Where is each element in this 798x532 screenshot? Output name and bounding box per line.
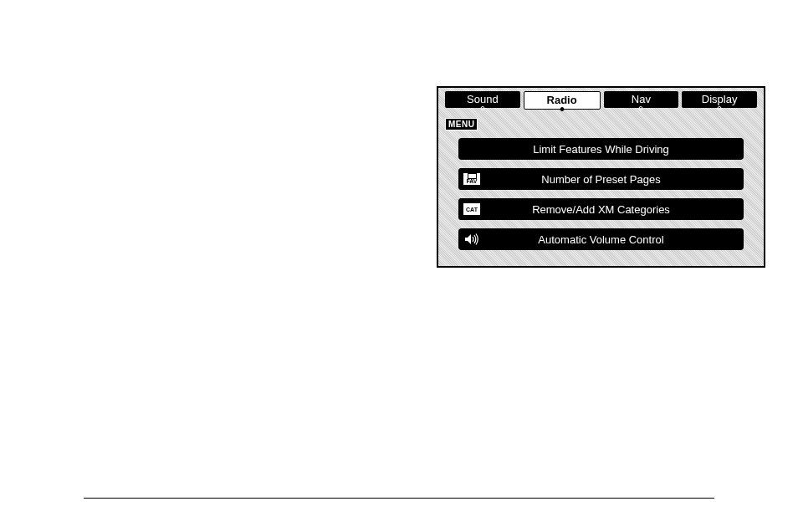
fav-icon: FAV — [458, 168, 485, 190]
tab-nav-label: Nav — [632, 94, 651, 105]
menu-preset-pages-label: Number of Preset Pages — [485, 173, 744, 186]
tab-display-label: Display — [702, 94, 738, 105]
menu-auto-volume[interactable]: Automatic Volume Control — [458, 228, 744, 250]
tab-indicator-icon — [480, 106, 484, 110]
menu-limit-features-label: Limit Features While Driving — [458, 143, 744, 156]
tab-indicator-icon — [560, 107, 564, 111]
speaker-icon — [458, 228, 485, 250]
fav-icon-label: FAV — [463, 172, 481, 186]
tab-sound-label: Sound — [467, 94, 499, 105]
tab-radio-label: Radio — [547, 95, 577, 106]
menu-auto-volume-label: Automatic Volume Control — [485, 233, 744, 246]
tab-bar: Sound Radio Nav Display — [442, 91, 760, 111]
cat-icon-label: CAT — [463, 202, 481, 216]
menu-xm-categories-label: Remove/Add XM Categories — [485, 203, 744, 216]
tab-radio[interactable]: Radio — [524, 91, 601, 110]
page-divider — [84, 498, 714, 499]
menu-limit-features[interactable]: Limit Features While Driving — [458, 138, 744, 160]
radio-menu-screen: Sound Radio Nav Display MENU Limit Featu… — [437, 86, 765, 268]
menu-badge: MENU — [445, 118, 478, 130]
menu-list: Limit Features While Driving FAV Number … — [442, 118, 760, 250]
tab-indicator-icon — [718, 106, 722, 110]
tab-nav[interactable]: Nav — [604, 91, 679, 108]
tab-sound[interactable]: Sound — [445, 91, 520, 108]
cat-icon: CAT — [458, 198, 485, 220]
tab-display[interactable]: Display — [682, 91, 757, 108]
tab-indicator-icon — [639, 106, 643, 110]
menu-xm-categories[interactable]: CAT Remove/Add XM Categories — [458, 198, 744, 220]
menu-preset-pages[interactable]: FAV Number of Preset Pages — [458, 168, 744, 190]
